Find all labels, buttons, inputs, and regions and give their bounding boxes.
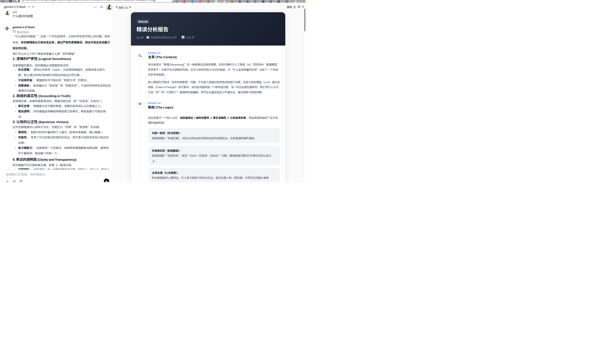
- svg-text:17: 17: [147, 37, 149, 39]
